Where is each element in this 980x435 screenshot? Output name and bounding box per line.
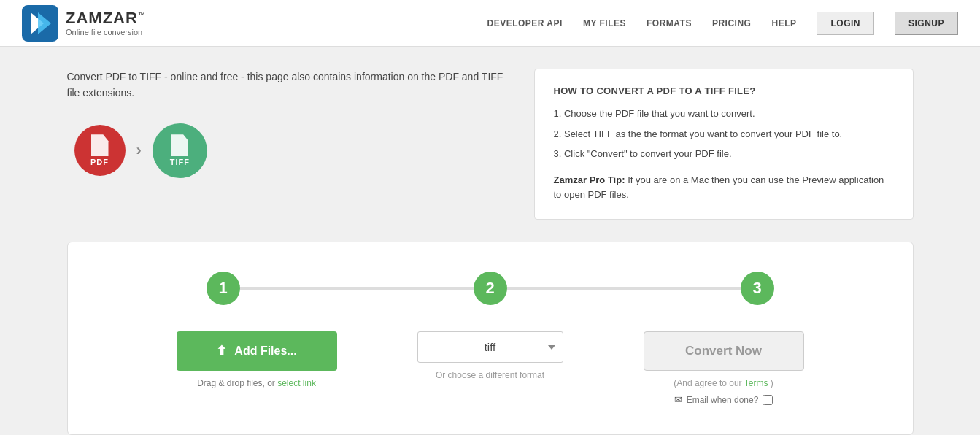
login-button[interactable]: LOGIN — [817, 12, 874, 35]
step-3-circle: 3 — [741, 272, 774, 305]
format-select-wrap: tiff Or choose a different format — [410, 331, 571, 380]
pdf-icon: PDF — [74, 125, 126, 176]
nav-help[interactable]: HELP — [771, 18, 796, 28]
drag-drop-text: Drag & drop files, or select link — [197, 378, 316, 388]
terms-text: (And agree to our Terms ) — [674, 378, 773, 388]
converter-section: 1 2 3 ⬆ Add Files... Drag & drop files, … — [67, 242, 914, 435]
convert-now-button[interactable]: Convert Now — [644, 331, 804, 371]
nav-developer-api[interactable]: DEVELOPER API — [487, 18, 562, 28]
envelope-icon: ✉ — [674, 394, 682, 405]
email-checkbox[interactable] — [763, 395, 773, 405]
main-nav: DEVELOPER API MY FILES FORMATS PRICING H… — [487, 12, 958, 35]
conversion-icons: PDF › TIFF — [67, 123, 505, 178]
steps-columns: ⬆ Add Files... Drag & drop files, or sel… — [90, 331, 891, 405]
logo-text: ZAMZAR™ Online file conversion — [66, 9, 146, 36]
terms-label: (And agree to our — [674, 378, 741, 388]
email-when-done-label: Email when done? — [687, 395, 759, 405]
nav-my-files[interactable]: MY FILES — [583, 18, 626, 28]
step-2-circle: 2 — [474, 272, 507, 305]
step-line-2 — [507, 287, 741, 290]
add-files-button[interactable]: ⬆ Add Files... — [177, 331, 337, 371]
howto-step-2: Select TIFF as the the format you want t… — [554, 127, 894, 142]
email-row: ✉ Email when done? — [674, 394, 773, 405]
page-content: Convert PDF to TIFF - online and free - … — [53, 47, 928, 435]
steps-bar: 1 2 3 — [90, 272, 891, 305]
logo-wordmark: ZAMZAR — [66, 9, 138, 27]
step-col-1: ⬆ Add Files... Drag & drop files, or sel… — [140, 331, 374, 388]
pro-tip: Zamzar Pro Tip: If you are on a Mac then… — [554, 173, 894, 204]
step-1-circle: 1 — [207, 272, 240, 305]
nav-formats[interactable]: FORMATS — [647, 18, 692, 28]
format-hint: Or choose a different format — [436, 370, 544, 380]
description-text: Convert PDF to TIFF - online and free - … — [67, 69, 505, 101]
logo-name: ZAMZAR™ — [66, 9, 146, 27]
signup-button[interactable]: SIGNUP — [895, 12, 958, 35]
drag-drop-label: Drag & drop files, or — [197, 378, 275, 388]
pro-tip-label: Zamzar Pro Tip: — [554, 174, 625, 185]
howto-title: HOW TO CONVERT A PDF TO A TIFF FILE? — [554, 85, 894, 96]
format-select[interactable]: tiff — [417, 331, 563, 363]
left-info: Convert PDF to TIFF - online and free - … — [67, 69, 505, 220]
step-col-3: Convert Now (And agree to our Terms ) ✉ … — [607, 331, 841, 405]
logo[interactable]: ZAMZAR™ Online file conversion — [22, 5, 146, 42]
step-col-2: tiff Or choose a different format — [374, 331, 607, 380]
howto-step-3: Click "Convert" to convert your PDF file… — [554, 147, 894, 161]
howto-steps: Choose the PDF file that you want to con… — [554, 107, 894, 161]
howto-step-1: Choose the PDF file that you want to con… — [554, 107, 894, 121]
nav-pricing[interactable]: PRICING — [712, 18, 752, 28]
pdf-label: PDF — [90, 158, 109, 166]
howto-box: HOW TO CONVERT A PDF TO A TIFF FILE? Cho… — [534, 69, 914, 220]
arrow-icon: › — [136, 141, 142, 160]
terms-link[interactable]: Terms — [744, 378, 768, 388]
select-link[interactable]: select link — [277, 378, 316, 388]
logo-tagline: Online file conversion — [66, 28, 146, 36]
logo-icon — [22, 5, 58, 42]
terms-close: ) — [771, 378, 773, 388]
top-section: Convert PDF to TIFF - online and free - … — [67, 69, 914, 220]
upload-icon: ⬆ — [216, 343, 227, 359]
tiff-icon: TIFF — [153, 123, 207, 178]
tiff-label: TIFF — [170, 158, 190, 166]
header: ZAMZAR™ Online file conversion DEVELOPER… — [0, 0, 980, 47]
step-line-1 — [240, 287, 474, 290]
add-files-label: Add Files... — [234, 344, 296, 358]
logo-trademark: ™ — [138, 11, 146, 19]
